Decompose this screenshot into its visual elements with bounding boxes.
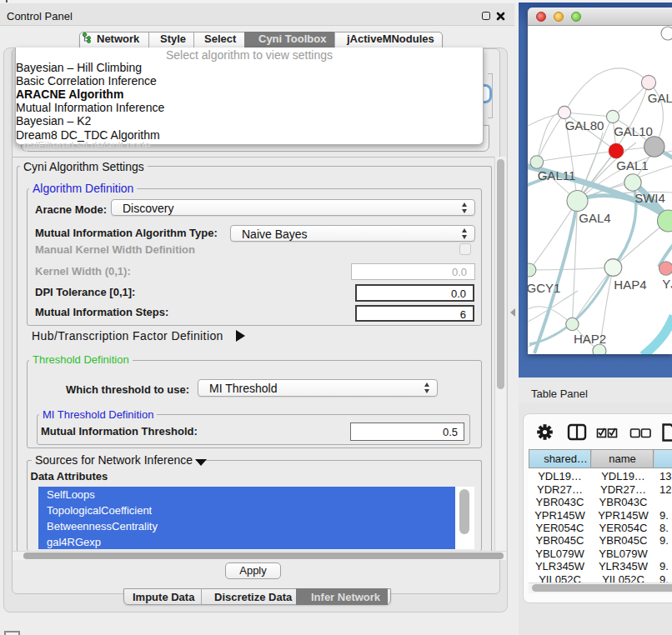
svg-text:GAL4: GAL4 bbox=[579, 211, 610, 225]
svg-text:GAL80: GAL80 bbox=[565, 118, 604, 132]
svg-text:GAL11: GAL11 bbox=[538, 168, 576, 182]
svg-text:GAL10: GAL10 bbox=[614, 124, 653, 138]
svg-text:GCY1: GCY1 bbox=[528, 281, 560, 295]
svg-text:SWI4: SWI4 bbox=[634, 191, 665, 205]
svg-text:HAP4: HAP4 bbox=[614, 278, 646, 292]
svg-text:HAP2: HAP2 bbox=[574, 332, 606, 346]
svg-text:GAL7: GAL7 bbox=[648, 91, 672, 105]
svg-text:GAL1: GAL1 bbox=[616, 158, 648, 172]
svg-text:YJ: YJ bbox=[662, 277, 672, 291]
